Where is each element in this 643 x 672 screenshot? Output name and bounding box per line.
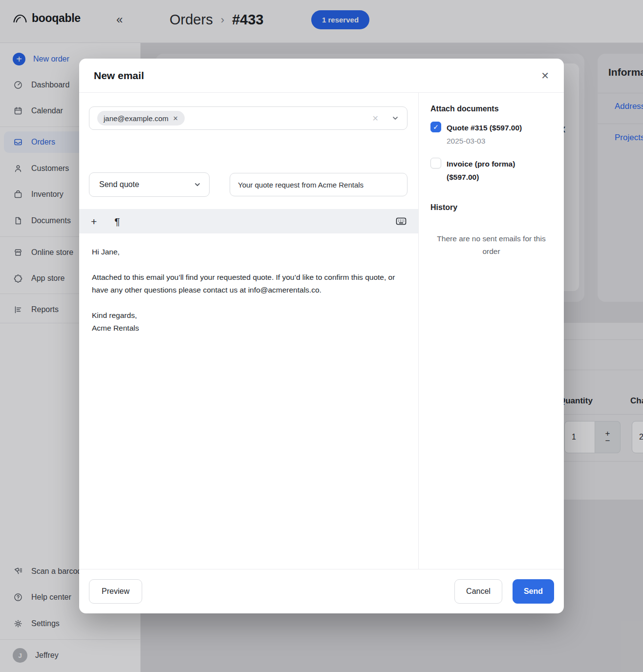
quote-label: Quote #315 ($597.00) [447,121,522,134]
send-button[interactable]: Send [513,579,554,604]
quote-checkbox[interactable]: ✓ [430,122,441,132]
keyboard-icon[interactable] [396,217,407,226]
attach-quote-row[interactable]: ✓ Quote #315 ($597.00) 2025-03-03 [430,121,552,147]
compose-column: jane@example.com ✕ ✕ Send quote [79,93,418,569]
email-template-select[interactable]: Send quote [89,172,210,197]
chevron-down-icon [193,181,201,189]
history-empty-message: There are no sent emails for this order [435,232,548,258]
attach-documents-panel: Attach documents ✓ Quote #315 ($597.00) … [418,93,564,569]
invoice-label: Invoice (pro forma) ($597.00) [447,157,549,184]
email-body-editor[interactable]: Hi Jane, Attached to this email you’ll f… [79,233,418,347]
new-email-modal: New email ✕ jane@example.com ✕ ✕ [79,59,564,613]
subject-input[interactable] [230,173,407,196]
modal-header: New email ✕ [79,59,564,93]
quote-date: 2025-03-03 [447,134,522,147]
cancel-button[interactable]: Cancel [454,579,502,604]
close-icon[interactable]: ✕ [541,70,549,82]
modal-footer: Preview Cancel Send [79,569,564,613]
chevron-down-icon[interactable] [391,114,399,122]
app-root: booqable « Orders › #433 1 reserved + Ne… [0,0,643,672]
history-heading: History [430,203,552,212]
paragraph-style-icon[interactable]: ¶ [114,216,120,227]
insert-icon[interactable]: + [91,216,97,227]
preview-button[interactable]: Preview [89,579,142,604]
modal-title: New email [94,70,144,82]
attach-documents-heading: Attach documents [430,105,552,113]
attach-invoice-row[interactable]: Invoice (pro forma) ($597.00) [430,157,552,184]
chip-remove-icon[interactable]: ✕ [173,115,178,122]
editor-toolbar: + ¶ [79,209,418,233]
recipient-chip[interactable]: jane@example.com ✕ [97,111,185,126]
clear-recipients-icon[interactable]: ✕ [372,114,379,123]
invoice-checkbox[interactable] [430,158,441,168]
recipient-field[interactable]: jane@example.com ✕ ✕ [89,106,407,130]
modal-body: jane@example.com ✕ ✕ Send quote [79,93,564,569]
